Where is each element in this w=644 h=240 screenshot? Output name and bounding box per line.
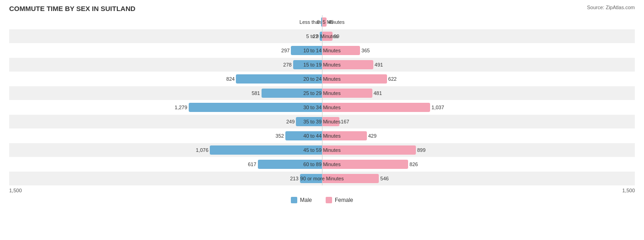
axis-bottom: 1,500 1,500 bbox=[9, 186, 635, 195]
center-label: 60 to 89 Minutes bbox=[303, 162, 340, 167]
axis-left-label: 1,500 bbox=[9, 188, 22, 193]
bar-male bbox=[189, 103, 322, 112]
axis-right-label: 1,500 bbox=[622, 188, 635, 193]
value-label-right: 622 bbox=[388, 76, 397, 82]
center-line bbox=[322, 15, 322, 185]
value-label-left: 278 bbox=[283, 62, 291, 67]
value-label-right: 899 bbox=[417, 147, 426, 153]
legend: Male Female bbox=[9, 197, 635, 203]
value-label-left: 8 bbox=[317, 19, 320, 25]
value-label-right: 365 bbox=[361, 48, 370, 53]
chart-grid: 845Less than 5 Minutes22995 to 9 Minutes… bbox=[9, 15, 635, 185]
center-label: 40 to 44 Minutes bbox=[303, 133, 340, 139]
center-label: 35 to 39 Minutes bbox=[303, 119, 340, 124]
value-label-left: 352 bbox=[276, 133, 284, 139]
center-label: Less than 5 Minutes bbox=[300, 19, 344, 25]
value-label-left: 22 bbox=[313, 33, 318, 39]
value-label-left: 1,076 bbox=[196, 147, 209, 153]
value-label-right: 167 bbox=[341, 119, 349, 124]
value-label-left: 581 bbox=[251, 90, 260, 96]
legend-female: Female bbox=[326, 197, 353, 203]
center-label: 25 to 29 Minutes bbox=[303, 90, 340, 96]
center-label: 90 or more Minutes bbox=[300, 176, 344, 181]
value-label-right: 546 bbox=[380, 176, 388, 181]
value-label-right: 45 bbox=[328, 19, 333, 25]
center-label: 30 to 34 Minutes bbox=[303, 105, 340, 110]
center-label: 15 to 19 Minutes bbox=[303, 62, 340, 67]
value-label-left: 1,279 bbox=[175, 105, 187, 110]
legend-male-box bbox=[291, 197, 297, 203]
source-label: Source: ZipAtlas.com bbox=[587, 5, 635, 10]
value-label-left: 617 bbox=[248, 162, 256, 167]
legend-male-label: Male bbox=[300, 197, 312, 203]
value-label-right: 491 bbox=[375, 62, 383, 67]
center-label: 20 to 24 Minutes bbox=[303, 76, 340, 82]
value-label-left: 213 bbox=[290, 176, 298, 181]
value-label-right: 1,037 bbox=[431, 105, 444, 110]
chart-title: COMMUTE TIME BY SEX IN SUITLAND bbox=[9, 5, 635, 12]
value-label-right: 429 bbox=[368, 133, 377, 139]
legend-female-box bbox=[326, 197, 332, 203]
value-label-right: 826 bbox=[409, 162, 418, 167]
value-label-left: 824 bbox=[226, 76, 235, 82]
center-label: 5 to 9 Minutes bbox=[306, 33, 338, 39]
legend-male: Male bbox=[291, 197, 312, 203]
center-label: 10 to 14 Minutes bbox=[303, 48, 340, 53]
value-label-right: 481 bbox=[374, 90, 382, 96]
chart-container: COMMUTE TIME BY SEX IN SUITLAND Source: … bbox=[0, 0, 644, 240]
value-label-left: 297 bbox=[281, 48, 289, 53]
legend-female-label: Female bbox=[335, 197, 353, 203]
center-label: 45 to 59 Minutes bbox=[303, 147, 340, 153]
value-label-right: 99 bbox=[334, 33, 339, 39]
value-label-left: 249 bbox=[286, 119, 295, 124]
